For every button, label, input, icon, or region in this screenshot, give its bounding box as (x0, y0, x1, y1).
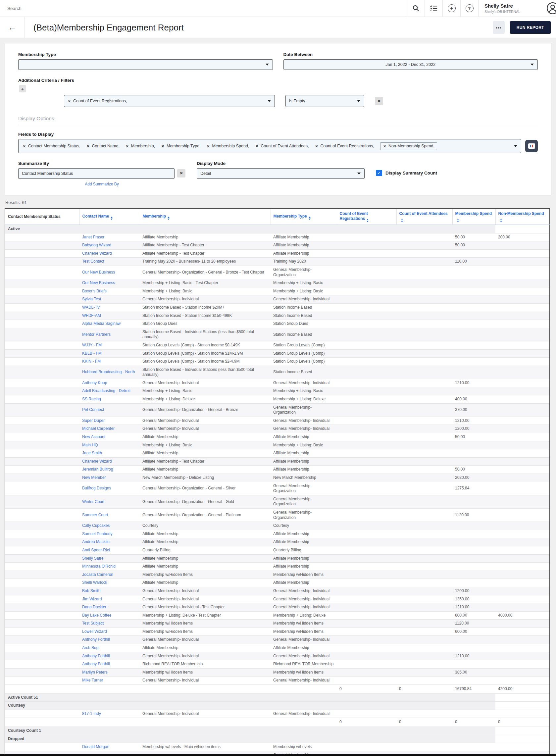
add-summarize-link[interactable]: Add Summarize By (18, 182, 185, 186)
avatar[interactable] (539, 0, 556, 16)
remove-field-icon[interactable]: ✕ (161, 144, 165, 149)
add-icon[interactable]: + (443, 0, 460, 16)
remove-field-icon[interactable]: ✕ (207, 144, 210, 149)
field-chip[interactable]: ✕Count of Event Attendees, (255, 144, 309, 149)
contact-name-link[interactable]: Dana Dockter (82, 605, 106, 609)
summary-count-checkbox[interactable]: ✓ (376, 170, 382, 176)
column-header[interactable]: Membership Type (271, 209, 337, 225)
global-search[interactable] (0, 0, 407, 16)
column-layout-button[interactable] (525, 140, 538, 152)
help-icon[interactable]: ? (461, 0, 478, 16)
search-icon[interactable] (407, 0, 424, 16)
remove-field-icon[interactable]: ✕ (68, 99, 71, 104)
contact-name-link[interactable]: WADL-TV (82, 305, 100, 310)
more-options-button[interactable]: ••• (493, 21, 505, 34)
contact-name-link[interactable]: Hubbard Broadcasting - North (82, 370, 135, 374)
contact-name-link[interactable]: Babydog Wizard (82, 243, 111, 247)
date-between-select[interactable]: Jan 1, 2022 - Dec 31, 2022 (283, 59, 538, 70)
contact-name-link[interactable]: Jocasta Cameron (82, 572, 113, 577)
contact-name-link[interactable]: Marilyn Peters (82, 670, 108, 675)
column-header[interactable]: Membership Spend (452, 209, 495, 225)
contact-name-link[interactable]: Cally Cupcakes (82, 523, 110, 528)
sort-icon[interactable] (500, 219, 502, 222)
criteria-operator-select[interactable]: Is Empty (285, 95, 364, 107)
contact-name-link[interactable]: KBLB - FM (82, 351, 102, 356)
contact-name-link[interactable]: New Member (82, 475, 106, 480)
run-report-button[interactable]: RUN REPORT (510, 21, 551, 34)
contact-name-link[interactable]: Bob Smith (82, 588, 100, 593)
field-chip[interactable]: ✕Membership Type, (161, 144, 201, 149)
remove-field-icon[interactable]: ✕ (86, 144, 90, 149)
contact-name-link[interactable]: Test Contact (82, 259, 104, 264)
field-chip[interactable]: ✕Count of Event Registrations, (315, 144, 375, 149)
contact-name-link[interactable]: Alpha Media Saginaw (82, 321, 120, 326)
back-button[interactable]: ← (0, 17, 25, 38)
contact-name-link[interactable]: Samuel Peabody (82, 531, 112, 536)
column-header[interactable]: Count of Event Registrations (337, 209, 396, 225)
column-header[interactable]: Non-Membership Spend (495, 209, 550, 225)
field-chip[interactable]: ✕Contact Name, (86, 144, 119, 149)
contact-name-link[interactable]: Super Duper (82, 418, 105, 423)
remove-field-icon[interactable]: ✕ (126, 144, 129, 149)
remove-field-icon[interactable]: ✕ (315, 144, 319, 149)
contact-name-link[interactable]: KKIN - FM (82, 359, 101, 364)
contact-name-link[interactable]: 817-1 Indy (82, 711, 101, 716)
criteria-field-select[interactable]: ✕ Count of Event Registrations, (64, 95, 275, 107)
contact-name-link[interactable]: Jeremiah Bullfrog (82, 467, 113, 472)
sort-icon[interactable] (457, 219, 459, 222)
sort-icon[interactable] (401, 219, 403, 222)
contact-name-link[interactable]: Anthony Forthill (82, 654, 110, 658)
sort-icon[interactable] (309, 216, 311, 220)
field-chip[interactable]: ✕Non-Membership Spend, (380, 142, 437, 150)
contact-name-link[interactable]: Bay Lake Coffee (82, 613, 112, 618)
contact-name-link[interactable]: Anthony Forthill (82, 637, 110, 642)
contact-name-link[interactable]: Pet Connect (82, 407, 104, 412)
contact-name-link[interactable]: Lowell Wizard (82, 629, 107, 634)
field-chip[interactable]: ✕Contact Membership Status, (23, 144, 80, 149)
display-mode-select[interactable]: Detail (197, 168, 364, 179)
remove-field-icon[interactable]: ✕ (383, 144, 386, 149)
contact-name-link[interactable]: Andrea Macklin (82, 540, 110, 544)
column-header[interactable]: Contact Name (79, 209, 140, 225)
sort-icon[interactable] (367, 219, 369, 222)
column-header[interactable]: Membership (140, 209, 271, 225)
contact-name-link[interactable]: WJJY - FM (82, 343, 102, 347)
contact-name-link[interactable]: Bullfrog Designs (82, 486, 111, 490)
contact-name-link[interactable]: Anthony Forthill (82, 662, 110, 666)
contact-name-link[interactable]: Anthony Koop (82, 380, 107, 385)
search-input[interactable] (7, 6, 140, 11)
remove-field-icon[interactable]: ✕ (23, 144, 26, 149)
remove-field-icon[interactable]: ✕ (255, 144, 258, 149)
remove-criteria-button[interactable]: ✖ (375, 97, 383, 105)
contact-name-link[interactable]: Donald Morgan (82, 745, 109, 749)
contact-name-link[interactable]: Adell Broadcasting - Detroit (82, 388, 131, 393)
contact-name-link[interactable]: Winter Court (82, 500, 104, 504)
contact-name-link[interactable]: Main HQ (82, 443, 98, 447)
contact-name-link[interactable]: Sylvia Test (82, 297, 101, 301)
contact-name-link[interactable]: Arch Bug (82, 645, 98, 650)
contact-name-link[interactable]: WFDF-AM (82, 313, 101, 318)
contact-name-link[interactable]: Our New Business (82, 270, 115, 275)
contact-name-link[interactable]: Charlene Wizard (82, 459, 112, 463)
tasks-icon[interactable] (425, 0, 443, 16)
remove-summarize-button[interactable]: ✖ (177, 169, 185, 177)
contact-name-link[interactable]: Jane Smith (82, 451, 102, 455)
contact-name-link[interactable]: Janet Fraser (82, 235, 104, 239)
contact-name-link[interactable]: Michael Carpenter (82, 426, 114, 431)
user-menu[interactable]: Shelly Satre Shelly's DB INTERNAL (479, 0, 539, 16)
contact-name-link[interactable]: New Account (82, 435, 105, 439)
contact-name-link[interactable]: Our New Business (82, 280, 115, 285)
contact-name-link[interactable]: Shelly Satre (82, 556, 104, 561)
contact-name-link[interactable]: Andi Spear-Riel (82, 548, 110, 552)
contact-name-link[interactable]: Minnesota O'Rchid (82, 564, 115, 569)
sort-icon[interactable] (168, 216, 170, 220)
add-criteria-button[interactable]: + (19, 85, 26, 92)
contact-name-link[interactable]: Mentor Partners (82, 332, 111, 337)
sort-icon[interactable] (111, 216, 113, 220)
contact-name-link[interactable]: SS Racing (82, 397, 101, 401)
contact-name-link[interactable]: Mike Turner (82, 678, 103, 683)
contact-name-link[interactable]: Jim Wizard (82, 597, 102, 602)
contact-name-link[interactable]: Shelli Warlock (82, 580, 107, 585)
contact-name-link[interactable]: Charlene Wizard (82, 251, 112, 255)
contact-name-link[interactable]: Boxer's Briefs (82, 289, 107, 294)
